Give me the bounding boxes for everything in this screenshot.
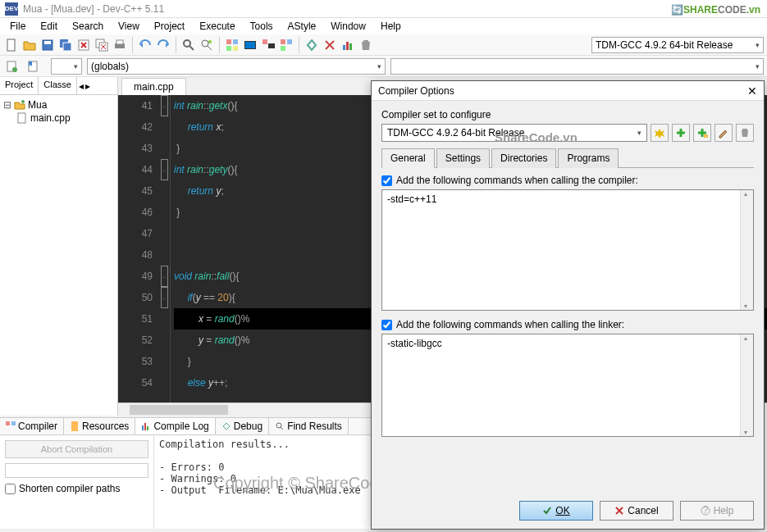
add-compiler-icon[interactable] [672, 124, 690, 142]
compiler-set-combo[interactable]: TDM-GCC 4.9.2 64-bit Release▾ [381, 124, 647, 142]
bottom-tabs: Compiler Resources Compile Log Debug Fin… [0, 417, 377, 435]
dlg-tab-programs[interactable]: Programs [558, 148, 619, 168]
app-icon: DEV [5, 2, 18, 16]
scrollbar[interactable] [740, 190, 753, 310]
undo-icon[interactable] [137, 37, 153, 53]
menu-help[interactable]: Help [374, 19, 408, 34]
find-compilers-icon[interactable] [651, 124, 669, 142]
menu-project[interactable]: Project [148, 19, 191, 34]
menu-window[interactable]: Window [324, 19, 372, 34]
compile-run-icon[interactable] [260, 37, 276, 53]
tab-project[interactable]: Project [0, 77, 39, 94]
tree-project-node[interactable]: ⊟ Mua [3, 98, 114, 111]
replace-icon[interactable] [199, 37, 215, 53]
svg-rect-38 [147, 426, 148, 430]
linker-commands-input[interactable]: -static-libgcc [381, 334, 754, 437]
tab-classes[interactable]: Classe [39, 77, 77, 94]
svg-rect-40 [704, 134, 708, 138]
svg-point-29 [12, 67, 17, 72]
menu-astyle[interactable]: AStyle [281, 19, 323, 34]
svg-rect-13 [226, 39, 231, 44]
insert-combo[interactable]: ▾ [51, 58, 82, 75]
svg-rect-4 [63, 43, 71, 51]
save-icon[interactable] [39, 37, 56, 53]
svg-rect-24 [343, 45, 345, 50]
btab-compile-log[interactable]: Compile Log [135, 418, 215, 434]
svg-rect-9 [116, 40, 123, 44]
svg-rect-23 [281, 46, 285, 51]
add-compiler-cmds-checkbox[interactable] [381, 175, 392, 186]
svg-rect-37 [144, 423, 146, 430]
dialog-titlebar[interactable]: Compiler Options ✕ [372, 81, 764, 101]
svg-rect-25 [346, 42, 349, 50]
members-combo[interactable]: ▾ [390, 58, 764, 75]
new-file-icon[interactable] [3, 37, 20, 53]
help-button[interactable]: ?Help [680, 501, 754, 521]
fold-column[interactable]: ---- [159, 95, 171, 402]
close-icon[interactable] [75, 37, 92, 53]
scroll-right-icon[interactable]: ▸ [85, 80, 90, 92]
menu-tools[interactable]: Tools [244, 19, 280, 34]
rename-compiler-icon[interactable] [714, 124, 733, 142]
trash-icon[interactable] [358, 37, 374, 53]
svg-text:?: ? [702, 506, 708, 516]
compile-icon[interactable] [224, 37, 240, 53]
print-icon[interactable] [112, 37, 128, 53]
btab-find-results[interactable]: Find Results [269, 418, 349, 434]
title-bar: DEV Mua - [Mua.dev] - Dev-C++ 5.11 [0, 0, 767, 18]
compiler-selector[interactable]: TDM-GCC 4.9.2 64-bit Release▾ [591, 37, 764, 53]
run-icon[interactable] [242, 37, 258, 53]
bookmark-icon[interactable] [25, 58, 41, 75]
save-all-icon[interactable] [57, 37, 74, 53]
scrollbar[interactable] [740, 334, 753, 436]
globals-combo[interactable]: (globals)▾ [87, 58, 386, 75]
menu-file[interactable]: File [3, 19, 32, 34]
ok-button[interactable]: OK [519, 501, 593, 521]
abort-compilation-button: Abort Compilation [5, 440, 148, 458]
menu-execute[interactable]: Execute [193, 19, 241, 34]
add-linker-cmds-checkbox[interactable] [381, 320, 392, 330]
svg-rect-26 [349, 43, 352, 50]
close-all-icon[interactable] [94, 37, 110, 53]
menu-search[interactable]: Search [66, 19, 110, 34]
project-sidebar: Project Classe ◂▸ ⊟ Mua main.cpp [0, 77, 118, 416]
debug-icon[interactable] [304, 37, 320, 53]
delete-compiler-icon[interactable] [736, 124, 754, 142]
svg-point-10 [184, 40, 190, 47]
find-icon[interactable] [180, 37, 197, 53]
menu-view[interactable]: View [112, 19, 146, 34]
svg-point-11 [202, 40, 208, 47]
stop-debug-icon[interactable] [322, 37, 338, 53]
compiler-set-label: Compiler set to configure [381, 109, 754, 120]
svg-point-12 [208, 40, 212, 43]
window-title: Mua - [Mua.dev] - Dev-C++ 5.11 [23, 3, 164, 15]
dlg-tab-general[interactable]: General [381, 148, 435, 168]
editor-tab-main[interactable]: main.cpp [121, 78, 186, 95]
svg-rect-21 [281, 39, 285, 44]
dlg-tab-settings[interactable]: Settings [436, 148, 490, 168]
compile-log-output[interactable]: Compilation results... - Errors: 0 - War… [154, 435, 377, 529]
rebuild-icon[interactable] [278, 37, 294, 53]
close-icon[interactable]: ✕ [747, 84, 757, 98]
bottom-panel: Abort Compilation Shorten compiler paths… [0, 435, 377, 529]
redo-icon[interactable] [155, 37, 171, 53]
btab-debug[interactable]: Debug [216, 418, 269, 434]
new-source-icon[interactable] [3, 58, 20, 75]
menu-edit[interactable]: Edit [34, 19, 64, 34]
add-folder-compiler-icon[interactable] [693, 124, 711, 142]
svg-rect-14 [233, 39, 238, 44]
cancel-button[interactable]: Cancel [600, 501, 673, 521]
dlg-tab-directories[interactable]: Directories [491, 148, 556, 168]
svg-rect-35 [71, 421, 78, 431]
profile-icon[interactable] [340, 37, 356, 53]
btab-resources[interactable]: Resources [64, 418, 135, 434]
compiler-options-dialog: Compiler Options ✕ Compiler set to confi… [371, 80, 765, 530]
btab-compiler[interactable]: Compiler [0, 418, 64, 434]
svg-rect-36 [142, 425, 144, 430]
shorten-paths-checkbox[interactable] [5, 484, 16, 494]
tree-file-node[interactable]: main.cpp [16, 111, 114, 125]
open-icon[interactable] [21, 37, 38, 53]
compiler-commands-input[interactable]: -std=c++11 [381, 189, 754, 311]
scroll-left-icon[interactable]: ◂ [79, 80, 84, 92]
svg-rect-2 [44, 41, 51, 44]
